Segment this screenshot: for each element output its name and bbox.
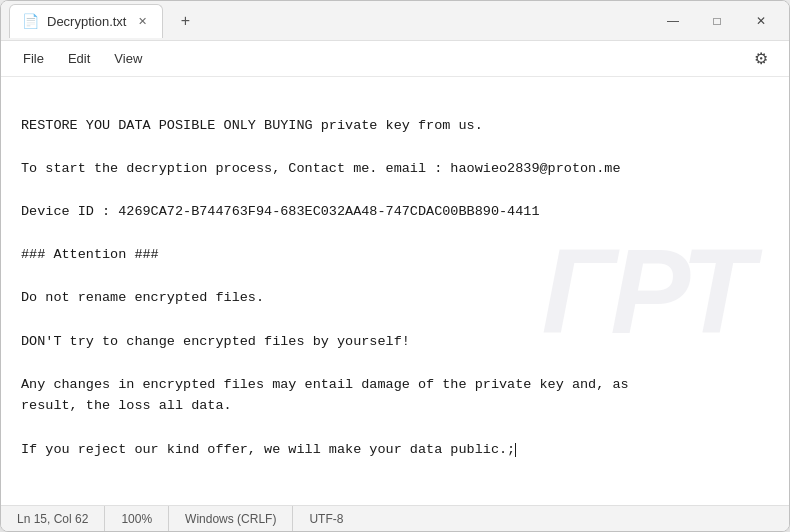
line-7: Any changes in encrypted files may entai… <box>21 377 629 414</box>
main-window: 📄 Decryption.txt ✕ + — □ ✕ File Edit Vie… <box>0 0 790 532</box>
tab-title: Decryption.txt <box>47 14 126 29</box>
status-bar: Ln 15, Col 62 100% Windows (CRLF) UTF-8 <box>1 505 789 531</box>
file-icon: 📄 <box>22 13 39 29</box>
menu-view[interactable]: View <box>104 47 152 70</box>
close-button[interactable]: ✕ <box>741 7 781 35</box>
cursor-position: Ln 15, Col 62 <box>1 506 105 531</box>
line-3: Device ID : 4269CA72-B744763F94-683EC032… <box>21 204 539 219</box>
line-8: If you reject our kind offer, we will ma… <box>21 442 516 457</box>
zoom-level: 100% <box>105 506 169 531</box>
content-area: ГРТ RESTORE YOU DATA POSIBLE ONLY BUYING… <box>1 77 789 505</box>
line-4: ### Attention ### <box>21 247 159 262</box>
line-6: DON'T try to change encrypted files by y… <box>21 334 410 349</box>
menu-file[interactable]: File <box>13 47 54 70</box>
menu-bar: File Edit View ⚙ <box>1 41 789 77</box>
line-2: To start the decryption process, Contact… <box>21 161 621 176</box>
line-ending: Windows (CRLF) <box>169 506 293 531</box>
line-1: RESTORE YOU DATA POSIBLE ONLY BUYING pri… <box>21 118 483 133</box>
text-cursor <box>515 443 516 457</box>
maximize-button[interactable]: □ <box>697 7 737 35</box>
title-bar-left: 📄 Decryption.txt ✕ + <box>9 4 653 38</box>
new-tab-button[interactable]: + <box>171 7 199 35</box>
line-5: Do not rename encrypted files. <box>21 290 264 305</box>
text-editor[interactable]: RESTORE YOU DATA POSIBLE ONLY BUYING pri… <box>1 77 789 505</box>
tab-close-button[interactable]: ✕ <box>134 13 150 29</box>
menu-edit[interactable]: Edit <box>58 47 100 70</box>
minimize-button[interactable]: — <box>653 7 693 35</box>
encoding: UTF-8 <box>293 506 359 531</box>
menu-items-group: File Edit View <box>13 47 152 70</box>
window-controls: — □ ✕ <box>653 7 781 35</box>
settings-icon[interactable]: ⚙ <box>745 43 777 75</box>
active-tab[interactable]: 📄 Decryption.txt ✕ <box>9 4 163 38</box>
title-bar: 📄 Decryption.txt ✕ + — □ ✕ <box>1 1 789 41</box>
